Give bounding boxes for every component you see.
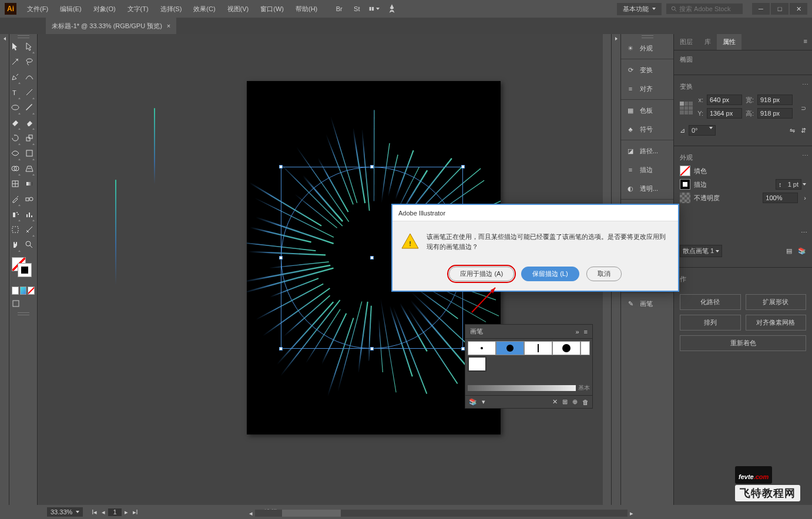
scale-tool[interactable]	[24, 130, 35, 146]
magic-wand-tool[interactable]	[9, 54, 21, 69]
left-collapse[interactable]	[0, 34, 9, 505]
workspace-selector[interactable]: 基本功能	[617, 3, 662, 15]
slice-tool[interactable]	[24, 222, 35, 237]
dock-swatches[interactable]: ▦色板	[621, 101, 673, 120]
h-scrollbar[interactable]: ◂ ▸	[247, 510, 636, 517]
apply-strokes-button[interactable]: 应用于描边 (A)	[449, 267, 514, 281]
menu-window[interactable]: 窗口(W)	[256, 2, 288, 16]
zoom-select[interactable]: 33.33%	[47, 507, 83, 517]
selection-tool[interactable]	[9, 39, 21, 54]
menu-type[interactable]: 文字(T)	[123, 2, 153, 16]
btn-recolor[interactable]: 重新着色	[680, 335, 806, 351]
sel-handle[interactable]	[279, 256, 283, 260]
dock-appearance[interactable]: ☀外观	[621, 39, 673, 58]
gradient-tool[interactable]	[24, 176, 35, 191]
sel-handle[interactable]	[279, 347, 283, 351]
keep-strokes-button[interactable]: 保留描边 (L)	[521, 267, 579, 281]
blend-tool[interactable]	[24, 191, 35, 207]
brush-lib-icon[interactable]: 📚	[798, 247, 806, 255]
toolbox-more[interactable]	[9, 311, 37, 316]
document-tab[interactable]: 未标题-1* @ 33.33% (RGB/GPU 预览) ×	[46, 18, 176, 34]
new-brush-icon[interactable]: ⊕	[572, 398, 578, 406]
mesh-tool[interactable]	[9, 176, 21, 191]
zoom-tool[interactable]	[24, 237, 35, 252]
stroke-dropdown[interactable]	[803, 183, 806, 186]
color-mode-gradient[interactable]	[20, 287, 27, 295]
width-tool[interactable]	[9, 146, 21, 161]
arrange-icon[interactable]	[369, 4, 380, 14]
color-mode-solid[interactable]	[12, 287, 19, 295]
opacity-swatch[interactable]	[680, 193, 690, 203]
lasso-tool[interactable]	[24, 54, 35, 69]
w-input[interactable]: 918 px	[757, 95, 793, 105]
sel-handle[interactable]	[370, 256, 374, 260]
cancel-button[interactable]: 取消	[586, 267, 622, 281]
direct-selection-tool[interactable]	[24, 39, 35, 54]
toolbox-handle[interactable]	[9, 34, 37, 39]
free-transform-tool[interactable]	[24, 146, 35, 161]
brush-options-icon[interactable]: ⊞	[562, 398, 568, 406]
color-mode-none[interactable]	[28, 287, 35, 295]
panel-more-icon[interactable]: ⋯	[801, 229, 807, 237]
x-input[interactable]: 640 px	[707, 95, 742, 105]
panel-menu-icon[interactable]: ≡	[584, 328, 588, 335]
curvature-tool[interactable]	[24, 69, 35, 85]
btn-expand-shape[interactable]: 扩展形状	[746, 294, 807, 310]
close-button[interactable]: ✕	[790, 3, 807, 15]
rocket-icon[interactable]	[387, 4, 397, 14]
btn-arrange[interactable]: 排列	[680, 315, 741, 331]
panel-menu-icon[interactable]: ≡	[799, 34, 812, 50]
minimize-button[interactable]: ─	[752, 3, 770, 15]
close-tab-icon[interactable]: ×	[167, 22, 170, 29]
pen-tool[interactable]	[9, 69, 21, 85]
maximize-button[interactable]: □	[771, 3, 788, 15]
artboard-nav[interactable]: I◂◂1▸▸I	[90, 508, 139, 516]
artboard-tool[interactable]	[9, 222, 21, 237]
ellipse-tool[interactable]	[9, 100, 21, 115]
hand-tool[interactable]	[9, 237, 21, 252]
sel-handle[interactable]	[370, 165, 374, 168]
link-wh-icon[interactable]: ⊃	[801, 105, 806, 112]
stroke-weight[interactable]: ↕1 pt	[776, 179, 801, 190]
shape-builder-tool[interactable]	[9, 161, 21, 176]
dock-pathfinder[interactable]: ◪路径...	[621, 141, 673, 160]
dock-symbols[interactable]: ♣符号	[621, 120, 673, 139]
screen-mode[interactable]	[12, 299, 20, 308]
tab-layers[interactable]: 图层	[674, 34, 699, 50]
opacity-input[interactable]: 100%	[763, 193, 798, 203]
flip-v-icon[interactable]: ⇵	[801, 127, 806, 134]
btn-offset-path[interactable]: 化路径	[680, 294, 741, 310]
type-tool[interactable]: T	[9, 85, 21, 100]
transform-more[interactable]: ⋯	[802, 81, 808, 89]
h-input[interactable]: 918 px	[757, 108, 793, 119]
search-input[interactable]	[679, 5, 738, 12]
dock-brushes[interactable]: ✎画笔	[621, 294, 673, 313]
brush-selector[interactable]: 散点画笔 1	[680, 245, 722, 257]
bridge-icon[interactable]: Br	[334, 4, 344, 14]
dock-transparency[interactable]: ◐透明...	[621, 179, 673, 198]
sel-handle[interactable]	[370, 347, 374, 351]
search-stock[interactable]	[666, 4, 743, 14]
line-tool[interactable]	[24, 85, 35, 100]
y-input[interactable]: 1364 px	[707, 108, 742, 119]
brush-lib-icon[interactable]: 📚	[469, 398, 477, 406]
dock-stroke[interactable]: ≡描边	[621, 160, 673, 179]
panel-collapse-icon[interactable]: »	[575, 328, 579, 335]
dock-align[interactable]: ≡对齐	[621, 79, 673, 98]
perspective-tool[interactable]	[24, 161, 35, 176]
brush-row[interactable]	[468, 341, 590, 355]
rotation-input[interactable]: 0°	[689, 125, 716, 136]
remove-stroke-icon[interactable]: ✕	[552, 398, 558, 406]
sel-handle[interactable]	[279, 165, 283, 168]
symbol-sprayer-tool[interactable]	[9, 207, 21, 222]
menu-select[interactable]: 选择(S)	[156, 2, 187, 16]
menu-effect[interactable]: 效果(C)	[189, 2, 220, 16]
brush-list-icon[interactable]: ▤	[786, 247, 792, 255]
fill-swatch-prop[interactable]	[680, 166, 690, 176]
menu-object[interactable]: 对象(O)	[89, 2, 120, 16]
stroke-swatch[interactable]	[18, 263, 32, 277]
menu-file[interactable]: 文件(F)	[22, 2, 53, 16]
stock-icon[interactable]: St	[351, 4, 362, 14]
stroke-swatch-prop[interactable]	[680, 179, 690, 190]
appearance-more[interactable]: ⋯	[802, 152, 808, 160]
